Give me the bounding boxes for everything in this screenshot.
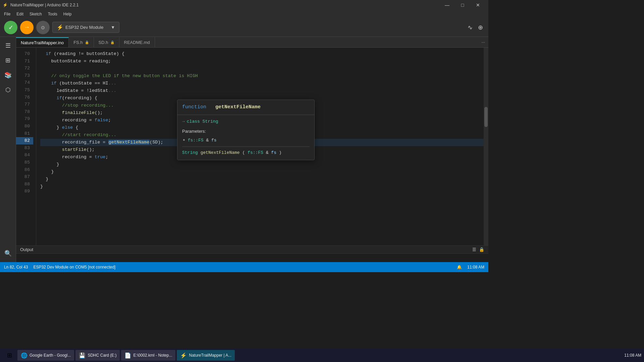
editor-area: NatureTrailMapper.ino FS.h 🔒 SD.h 🔒 READ…	[16, 37, 488, 262]
lock-icon: 🔒	[110, 41, 114, 44]
code-line-89	[40, 190, 484, 198]
tooltip-divider	[182, 146, 310, 147]
code-line-70: if (reading != buttonState) {	[40, 50, 484, 58]
sidebar-item-library[interactable]: 📚	[2, 69, 14, 81]
sig-paren-open: (	[242, 150, 245, 155]
bullet-icon: •	[182, 137, 186, 143]
return-type: class String	[187, 118, 218, 125]
tooltip-body: → class String Parameters: • fs::FS & fs…	[177, 115, 314, 160]
param-type: fs::FS & fs	[188, 137, 217, 144]
output-content	[16, 254, 488, 262]
output-lock-icon[interactable]: 🔒	[479, 247, 484, 252]
output-label: Output	[20, 247, 33, 252]
usb-icon: ⚡	[57, 24, 63, 31]
tab-sdh[interactable]: SD.h 🔒	[94, 37, 119, 47]
tab-naturtrailmapper[interactable]: NatureTrailMapper.ino	[16, 37, 69, 47]
status-left: Ln 82, Col 43 ESP32 Dev Module on COM5 […	[4, 265, 115, 269]
sig-paren-close: )	[279, 150, 282, 155]
sig-param-type: fs::FS	[248, 150, 263, 155]
tab-readme[interactable]: README.md	[119, 37, 155, 47]
board-label: ESP32 Dev Module	[65, 25, 103, 30]
code-line-72	[40, 65, 484, 72]
sidebar-item-search[interactable]: 🔍	[2, 247, 14, 259]
sig-param-amp: &	[266, 150, 269, 155]
status-time: 11:08 AM	[467, 265, 484, 269]
code-line-75: ledState = !ledStat...	[40, 87, 484, 95]
menu-sketch[interactable]: Sketch	[27, 11, 45, 17]
toolbar-right: ∿ ⊕	[466, 22, 484, 33]
output-menu-icon[interactable]: ☰	[472, 247, 476, 252]
title-bar-controls[interactable]: — □ ✕	[439, 0, 486, 10]
tooltip-returns: → class String	[182, 118, 310, 125]
tab-fsh[interactable]: FS.h 🔒	[69, 37, 94, 47]
serial-monitor-btn[interactable]: ∿	[466, 22, 474, 33]
title-bar: ⚡ NatureTrailMapper | Arduino IDE 2.2.1 …	[0, 0, 488, 10]
tab-label: README.md	[124, 40, 150, 45]
title-bar-left: ⚡ NatureTrailMapper | Arduino IDE 2.2.1	[3, 3, 78, 7]
status-position: Ln 82, Col 43	[4, 265, 28, 269]
verify-button[interactable]: ✓	[4, 21, 17, 34]
code-line-86: }	[40, 168, 484, 176]
tooltip-header: function getNextFileName	[177, 100, 314, 115]
tabs-more-btn[interactable]: ···	[478, 40, 488, 45]
scrollbar-thumb[interactable]	[484, 107, 488, 127]
code-content[interactable]: if (reading != buttonState) { buttonStat…	[36, 48, 488, 245]
dropdown-arrow-icon: ▼	[111, 25, 115, 30]
notification-icon[interactable]: 🔔	[457, 265, 462, 269]
code-line-85: }	[40, 161, 484, 168]
sig-fn-name: getNextFileName	[201, 150, 240, 155]
tooltip-popup: function getNextFileName → class String …	[177, 100, 315, 160]
upload-button[interactable]: →	[20, 21, 34, 34]
sketch-button[interactable]: ⊙	[36, 21, 50, 34]
board-selector[interactable]: ⚡ ESP32 Dev Module ▼	[52, 22, 119, 33]
tooltip-param-0: • fs::FS & fs	[182, 137, 310, 144]
sidebar: ☰ ⊞ 📚 ⬡ 🔍	[0, 37, 16, 262]
lock-icon: 🔒	[85, 41, 89, 44]
menu-edit[interactable]: Edit	[14, 11, 26, 17]
code-editor[interactable]: 70 71 72 73 74 75 76 77 78 79 80 81 82 8…	[16, 48, 488, 245]
tooltip-function-name: getNextFileName	[215, 104, 261, 110]
tooltip-keyword: function	[182, 104, 206, 110]
minimize-btn[interactable]: —	[439, 0, 455, 10]
code-line-88: }	[40, 183, 484, 190]
tooltip-params-label: Parameters:	[182, 128, 310, 135]
menu-file[interactable]: File	[1, 11, 13, 17]
status-bar: Ln 82, Col 43 ESP32 Dev Module on COM5 […	[0, 262, 488, 272]
code-line-73: // only toggle the LED if the new button…	[40, 72, 484, 80]
output-panel: Output ☰ 🔒	[16, 245, 488, 262]
line-numbers: 70 71 72 73 74 75 76 77 78 79 80 81 82 8…	[16, 48, 36, 245]
status-right: 🔔 11:08 AM	[457, 265, 484, 269]
close-btn[interactable]: ✕	[470, 0, 486, 10]
tab-label: FS.h	[73, 40, 83, 45]
menu-tools[interactable]: Tools	[45, 11, 60, 17]
status-board: ESP32 Dev Module on COM5 [not connected]	[33, 265, 115, 269]
menu-bar: File Edit Sketch Tools Help	[0, 10, 488, 18]
arrow-icon: →	[182, 118, 185, 125]
app-icon: ⚡	[3, 3, 8, 7]
maximize-btn[interactable]: □	[455, 0, 470, 10]
tab-bar: NatureTrailMapper.ino FS.h 🔒 SD.h 🔒 READ…	[16, 37, 488, 48]
sidebar-item-debug[interactable]: ⬡	[2, 84, 14, 96]
main-layout: ☰ ⊞ 📚 ⬡ 🔍 NatureTrailMapper.ino FS.h 🔒 S…	[0, 37, 488, 262]
tab-label: NatureTrailMapper.ino	[21, 40, 64, 45]
sidebar-item-files[interactable]: ☰	[2, 40, 14, 52]
sig-param-name: fs	[271, 150, 276, 155]
toolbar: ✓ → ⊙ ⚡ ESP32 Dev Module ▼ ∿ ⊕	[0, 18, 488, 37]
menu-help[interactable]: Help	[61, 11, 74, 17]
sig-return-type: String	[182, 150, 198, 155]
tooltip-signature: String getNextFileName ( fs::FS & fs )	[182, 149, 310, 157]
sidebar-item-boards[interactable]: ⊞	[2, 54, 14, 66]
code-line-71: buttonState = reading;	[40, 58, 484, 65]
output-header: Output ☰ 🔒	[16, 246, 488, 254]
window-title: NatureTrailMapper | Arduino IDE 2.2.1	[10, 3, 78, 7]
code-line-87: }	[40, 176, 484, 183]
tab-label: SD.h	[99, 40, 108, 45]
search-btn[interactable]: ⊕	[477, 22, 484, 33]
scrollbar[interactable]	[484, 48, 488, 245]
code-line-74: if (buttonState == HI...	[40, 80, 484, 87]
